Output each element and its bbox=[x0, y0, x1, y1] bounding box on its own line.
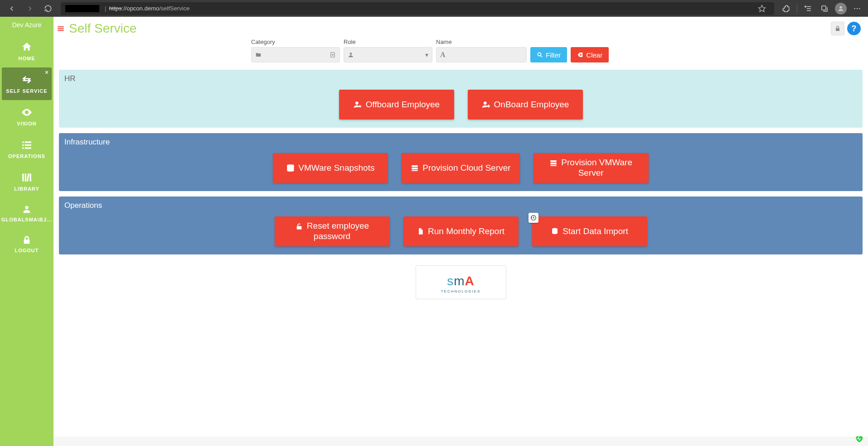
tile-start-data-import[interactable]: Start Data Import bbox=[532, 216, 647, 246]
more-icon[interactable] bbox=[850, 2, 864, 15]
sidebar-item-vision[interactable]: VISION bbox=[0, 100, 53, 133]
svg-rect-17 bbox=[30, 173, 31, 181]
tile-vmware-snapshots[interactable]: VMWare Snapshots bbox=[273, 153, 388, 183]
svg-rect-33 bbox=[412, 168, 418, 169]
list-icon bbox=[21, 139, 33, 151]
svg-rect-22 bbox=[58, 30, 63, 31]
svg-rect-31 bbox=[287, 165, 294, 171]
section-hr-title: HR bbox=[64, 74, 857, 83]
favorites-icon[interactable] bbox=[801, 2, 815, 15]
role-label: Role bbox=[344, 38, 432, 45]
sidebar-item-operations[interactable]: OPERATIONS bbox=[0, 133, 53, 165]
svg-rect-19 bbox=[24, 240, 30, 244]
extensions-icon[interactable] bbox=[779, 2, 793, 15]
sidebar-item-library[interactable]: LIBRARY bbox=[0, 165, 53, 198]
svg-rect-21 bbox=[58, 28, 63, 29]
library-icon bbox=[21, 172, 33, 183]
eye-icon bbox=[21, 106, 33, 118]
home-icon bbox=[21, 41, 33, 53]
person-icon bbox=[348, 52, 354, 58]
lock-button[interactable] bbox=[831, 22, 844, 35]
section-ops-title: Operations bbox=[64, 201, 857, 210]
svg-marker-0 bbox=[759, 5, 766, 11]
svg-marker-1 bbox=[805, 6, 806, 7]
url-separator: | bbox=[105, 5, 106, 12]
user-icon bbox=[22, 204, 32, 214]
help-button[interactable]: ? bbox=[847, 22, 861, 35]
filter-bar: Category Role ▾ Name A bbox=[53, 38, 868, 67]
favorite-icon[interactable] bbox=[758, 5, 766, 13]
address-bar[interactable]: | https://opcon.demo/selfService bbox=[61, 2, 774, 15]
folder-icon bbox=[255, 52, 262, 58]
sidebar-item-self-service[interactable]: ✕ SELF SERVICE bbox=[2, 67, 52, 100]
lock-icon bbox=[22, 235, 32, 245]
svg-rect-20 bbox=[58, 26, 63, 27]
svg-point-29 bbox=[355, 101, 359, 105]
tile-provision-cloud-server[interactable]: Provision Cloud Server bbox=[402, 153, 519, 183]
history-badge-icon[interactable] bbox=[529, 213, 538, 223]
svg-rect-11 bbox=[25, 144, 31, 146]
clear-button[interactable]: Clear bbox=[571, 47, 609, 62]
svg-rect-35 bbox=[551, 160, 557, 162]
category-label: Category bbox=[251, 38, 340, 45]
reload-button[interactable] bbox=[40, 2, 56, 15]
sidebar-item-user[interactable]: GLOBALSMA\BJ... bbox=[0, 198, 53, 229]
svg-rect-10 bbox=[22, 144, 24, 146]
profile-avatar[interactable] bbox=[834, 2, 848, 15]
svg-point-3 bbox=[839, 6, 842, 8]
svg-rect-36 bbox=[551, 163, 557, 164]
menu-toggle-icon[interactable] bbox=[57, 25, 64, 32]
svg-rect-14 bbox=[22, 173, 24, 181]
svg-rect-15 bbox=[25, 173, 26, 181]
tile-offboard-employee[interactable]: Offboard Employee bbox=[339, 90, 454, 120]
sidebar-item-logout[interactable]: LOGOUT bbox=[0, 229, 53, 259]
svg-point-6 bbox=[859, 8, 860, 9]
svg-point-25 bbox=[332, 54, 333, 55]
name-label: Name bbox=[436, 38, 527, 45]
section-infrastructure: Infrastructure VMWare Snapshots Provisio… bbox=[59, 133, 863, 191]
browser-toolbar: | https://opcon.demo/selfService bbox=[0, 0, 868, 17]
filter-button[interactable]: Filter bbox=[530, 47, 567, 62]
tile-run-monthly-report[interactable]: Run Monthly Report bbox=[403, 216, 519, 246]
svg-rect-2 bbox=[822, 6, 826, 10]
name-input[interactable]: A bbox=[436, 47, 527, 62]
svg-rect-23 bbox=[836, 28, 839, 31]
close-icon[interactable]: ✕ bbox=[44, 69, 49, 76]
svg-rect-12 bbox=[22, 147, 24, 149]
svg-point-7 bbox=[26, 111, 28, 113]
page-header: Self Service ? bbox=[53, 17, 868, 38]
redacted-block bbox=[65, 5, 99, 12]
back-button[interactable] bbox=[4, 2, 20, 15]
svg-line-28 bbox=[541, 56, 543, 58]
url-text: https://opcon.demo/selfService bbox=[109, 5, 189, 12]
svg-rect-32 bbox=[412, 165, 418, 167]
svg-point-26 bbox=[350, 53, 352, 55]
category-select[interactable] bbox=[251, 47, 340, 62]
svg-rect-9 bbox=[25, 141, 31, 143]
forward-button[interactable] bbox=[22, 2, 38, 15]
book-icon bbox=[330, 52, 336, 58]
svg-rect-38 bbox=[297, 226, 302, 230]
section-operations: Operations Reset employee password Run M… bbox=[59, 197, 863, 254]
footer bbox=[53, 437, 868, 446]
sma-logo: smA TECHNOLOGIES bbox=[416, 265, 506, 299]
health-icon[interactable] bbox=[854, 434, 863, 443]
chevron-down-icon: ▾ bbox=[425, 51, 428, 58]
sidebar: Dev Azure HOME ✕ SELF SERVICE VISION OP bbox=[0, 17, 53, 446]
svg-rect-24 bbox=[331, 53, 335, 58]
exchange-icon bbox=[21, 74, 33, 86]
section-infra-title: Infrastructure bbox=[64, 138, 857, 147]
svg-point-27 bbox=[538, 53, 541, 56]
role-select[interactable]: ▾ bbox=[344, 47, 432, 62]
page-title: Self Service bbox=[69, 21, 831, 36]
svg-rect-16 bbox=[27, 173, 29, 182]
tile-reset-password[interactable]: Reset employee password bbox=[275, 216, 390, 246]
svg-rect-34 bbox=[412, 170, 418, 171]
svg-rect-13 bbox=[25, 147, 31, 149]
text-icon: A bbox=[440, 51, 446, 59]
tile-onboard-employee[interactable]: OnBoard Employee bbox=[468, 90, 583, 120]
collections-icon[interactable] bbox=[817, 2, 832, 15]
svg-rect-8 bbox=[22, 141, 24, 143]
tile-provision-vmware-server[interactable]: Provision VMWare Server bbox=[533, 153, 649, 183]
sidebar-item-home[interactable]: HOME bbox=[0, 35, 53, 67]
